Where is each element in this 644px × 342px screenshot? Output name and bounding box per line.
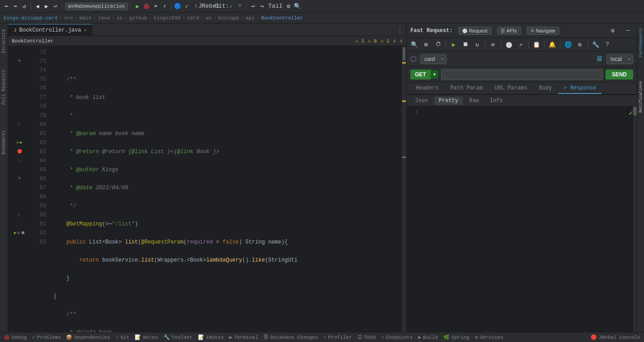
run-icon-92[interactable]: ▶	[14, 229, 16, 238]
undo-icon[interactable]: ↩	[52, 3, 59, 10]
grid-icon[interactable]: ⊞	[421, 40, 431, 50]
env-select[interactable]: card	[420, 54, 447, 64]
vcs-icon[interactable]: 🔵	[174, 3, 181, 10]
stop-tool-icon[interactable]: ⏹	[461, 40, 470, 50]
bc-active[interactable]: BookController	[261, 15, 303, 21]
structure-label[interactable]: Structure	[0, 25, 7, 57]
editor-scrollbar-thumb[interactable]	[403, 47, 405, 61]
wrench-icon[interactable]: 🔧	[591, 40, 601, 50]
commit-icon[interactable]: ✓	[183, 3, 190, 10]
editor-scrollbar[interactable]	[402, 46, 406, 332]
close-panel-icon[interactable]: —	[623, 26, 633, 36]
subtab-raw[interactable]: Raw	[465, 97, 484, 105]
search-icon[interactable]: 🔍	[294, 3, 301, 10]
tab-close-icon[interactable]: ✕	[84, 28, 86, 33]
endpoints-item[interactable]: ⚡ Endpoints	[381, 334, 413, 340]
redo-icon[interactable]: ↪	[259, 3, 266, 10]
url-input[interactable]	[441, 69, 603, 80]
git-check-icon[interactable]: ✓	[227, 3, 235, 10]
app-name[interactable]: WxMaDemoApplication	[65, 3, 128, 10]
scroll-marker-2	[402, 100, 406, 102]
request-btn[interactable]: ⬤ Request	[458, 27, 492, 35]
inotes-item[interactable]: 📝 iNotes	[198, 334, 224, 340]
services-icon: ⚙	[475, 334, 478, 340]
subtab-pretty[interactable]: Pretty	[434, 97, 463, 105]
env2-icon[interactable]: ⚙	[575, 40, 585, 50]
navigate-btn[interactable]: ⊙ Navigate	[526, 27, 559, 35]
run-tool-icon[interactable]: ▶	[449, 40, 459, 50]
fold-84[interactable]: ▷	[18, 156, 21, 165]
pull-requests-label[interactable]: Pull Requests	[0, 66, 7, 108]
profiler-item[interactable]: ⚡ Profiler	[323, 334, 352, 340]
nav-up-icon[interactable]: ∧	[393, 38, 396, 44]
fastrequest-side-label[interactable]: FastRequests	[638, 25, 644, 60]
env-icon[interactable]: 🌐	[563, 40, 573, 50]
server-select[interactable]: local	[606, 54, 633, 64]
bell-icon[interactable]: 🔔	[547, 40, 557, 50]
tab-headers[interactable]: Headers	[410, 83, 444, 94]
bc-project[interactable]: kings-miniapp-card	[4, 15, 57, 21]
sync-icon[interactable]: ⇄	[488, 40, 498, 50]
git-icon[interactable]: Git:	[218, 3, 226, 10]
back2-icon[interactable]: ◀	[34, 3, 41, 10]
method-button[interactable]: GET	[410, 70, 431, 80]
problems-item[interactable]: ✓ Problems	[32, 334, 61, 340]
response-scrollbar[interactable]	[633, 107, 637, 332]
db-changes-item[interactable]: 🗄 Database Changes	[263, 334, 318, 340]
undo2-icon[interactable]: ↩	[249, 3, 257, 10]
debug-item[interactable]: 🐞 Debug	[4, 334, 27, 340]
upload-icon[interactable]: ↗	[516, 40, 526, 50]
notifications-side-label[interactable]: Notifications	[638, 78, 644, 115]
refresh-tool-icon[interactable]: ↻	[472, 40, 482, 50]
forward-icon[interactable]: ➡	[12, 3, 19, 10]
dependencies-item[interactable]: 📦 Dependencies	[66, 334, 110, 340]
back-icon[interactable]: ⬅	[3, 3, 10, 10]
services-item[interactable]: ⚙ Services	[475, 334, 503, 340]
response-scrollbar-thumb[interactable]	[633, 107, 637, 116]
refresh-icon[interactable]: ↺	[21, 3, 28, 10]
fwd2-icon[interactable]: ▶	[43, 3, 50, 10]
todo-item[interactable]: ☰ TODO	[357, 334, 376, 340]
nav-down-icon[interactable]: ∨	[400, 38, 403, 44]
terminal-item[interactable]: ▶ Terminal	[229, 334, 258, 340]
rebel-icon[interactable]: JRebel	[205, 3, 212, 10]
notes-item[interactable]: 📝 Notes	[135, 334, 158, 340]
run-icon[interactable]: ▶	[134, 3, 141, 10]
settings-icon[interactable]: ⚙	[285, 3, 292, 10]
code-editor[interactable]: /** * book list * * @param name book nam…	[50, 46, 402, 332]
send-button[interactable]: SEND	[606, 70, 633, 80]
tab-bookcontroller[interactable]: J BookController.java ✕	[8, 24, 92, 36]
bookmarks-label[interactable]: Bookmarks	[0, 126, 7, 158]
subtab-json[interactable]: Json	[410, 97, 432, 105]
build-item[interactable]: ▶ Build	[418, 334, 438, 340]
fold-90[interactable]: ▷	[18, 211, 21, 220]
fold-86[interactable]: ▼	[18, 174, 21, 183]
git-status-item[interactable]: ⑂ Git	[116, 335, 130, 340]
settings-gear-icon[interactable]: ⚙	[608, 26, 618, 36]
method-dropdown-icon[interactable]: ▾	[431, 70, 438, 79]
tab-url-params[interactable]: URL Params	[489, 83, 532, 94]
tab-path-param[interactable]: Path Param	[445, 83, 488, 94]
tab-body[interactable]: Body	[533, 83, 557, 94]
fold-80[interactable]: ▷	[18, 120, 21, 129]
apis-btn[interactable]: ||| APIs	[497, 27, 521, 35]
profile-icon[interactable]: ⚡	[161, 3, 168, 10]
debug-icon[interactable]: 🐞	[143, 3, 150, 10]
tail-icon[interactable]: Tail	[272, 3, 279, 10]
git-branch-icon[interactable]: ⑂	[236, 3, 244, 10]
dependencies-icon: 📦	[66, 334, 72, 340]
tab-response[interactable]: > Response	[558, 83, 602, 94]
timer-icon[interactable]: ⏱	[433, 40, 443, 50]
copy-icon[interactable]: 📋	[531, 40, 541, 50]
tab-options[interactable]: ⋮	[394, 25, 406, 36]
coverage-icon[interactable]: ☂	[152, 3, 159, 10]
search-tool-icon[interactable]: 🔍	[409, 40, 419, 50]
subtab-info[interactable]: Info	[485, 97, 508, 105]
help-icon[interactable]: ?	[602, 40, 612, 50]
run-icon-82[interactable]: ▶	[20, 138, 22, 147]
toolset-item[interactable]: 🔧 Toolset	[164, 334, 193, 340]
dot-icon[interactable]: ⬤	[504, 40, 514, 50]
spring-item[interactable]: 🌿 Spring	[443, 334, 470, 340]
fold-73[interactable]: ▼	[18, 57, 21, 66]
jrebel-console-item[interactable]: 🔴 JRebel Console	[591, 334, 640, 340]
